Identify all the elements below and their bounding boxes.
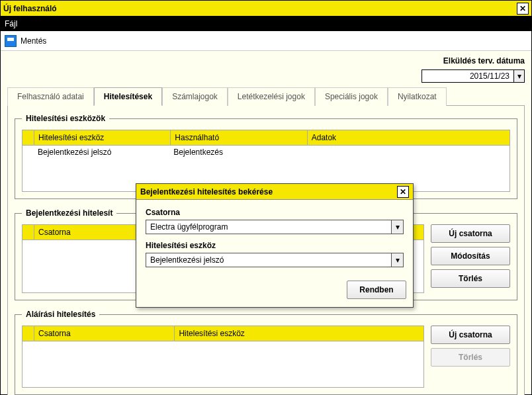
- window-title: Új felhasználó: [3, 4, 57, 13]
- auth-tools-col-usable[interactable]: Használható: [171, 130, 307, 146]
- dialog-close-button[interactable]: ✕: [397, 186, 409, 198]
- close-icon: ✕: [400, 187, 406, 197]
- auth-tools-legend: Hitelesítési eszközök: [22, 114, 109, 123]
- login-new-channel-button[interactable]: Új csatorna: [431, 224, 510, 243]
- save-icon: [5, 35, 17, 47]
- tab-account-rights[interactable]: Számlajogok: [162, 87, 228, 106]
- sign-auth-col-channel[interactable]: Csatorna: [34, 326, 175, 341]
- menu-file[interactable]: Fájl: [5, 19, 17, 28]
- dialog-tool-label: Hitelesítési eszköz: [146, 241, 404, 250]
- auth-tools-row0-tool: Bejelentkezési jelszó: [37, 147, 171, 157]
- dialog-title: Bejelentkezési hitelesítés bekérése: [140, 187, 273, 197]
- tab-user-data[interactable]: Felhasználó adatai: [7, 87, 94, 106]
- sign-auth-col-tool[interactable]: Hitelesítési eszköz: [175, 326, 424, 341]
- close-icon: ✕: [519, 4, 526, 13]
- dialog-titlebar: Bejelentkezési hitelesítés bekérése ✕: [136, 184, 413, 200]
- login-auth-request-dialog: Bejelentkezési hitelesítés bekérése ✕ Cs…: [136, 183, 414, 308]
- sign-delete-button: Törlés: [431, 348, 510, 367]
- login-delete-button[interactable]: Törlés: [431, 269, 510, 288]
- window-close-button[interactable]: ✕: [517, 3, 529, 15]
- tab-declaration[interactable]: Nyilatkozat: [388, 87, 447, 106]
- chevron-down-icon: ▾: [396, 222, 400, 232]
- content-area: Elküldés terv. dátuma ▾ Felhasználó adat…: [1, 51, 531, 395]
- tab-special-rights[interactable]: Speciális jogok: [315, 87, 388, 106]
- chevron-down-icon: ▾: [517, 71, 521, 81]
- tabs: Felhasználó adatai Hitelesítések Számlaj…: [7, 87, 525, 106]
- titlebar: Új felhasználó ✕: [1, 1, 531, 17]
- planned-send-date-dropdown[interactable]: ▾: [514, 69, 525, 83]
- dialog-tool-input[interactable]: [146, 253, 392, 267]
- dialog-channel-input[interactable]: [146, 220, 392, 234]
- chevron-down-icon: ▾: [396, 255, 400, 265]
- auth-tools-row0-usable: Bejelentkezés: [173, 147, 307, 157]
- save-button[interactable]: Mentés: [5, 35, 46, 47]
- tab-authentications[interactable]: Hitelesítések: [94, 87, 162, 106]
- planned-send-date-input[interactable]: [421, 69, 514, 83]
- sign-auth-legend: Aláírási hitelesítés: [22, 310, 99, 319]
- sign-auth-table: Csatorna Hitelesítési eszköz: [22, 326, 424, 341]
- save-label: Mentés: [21, 36, 46, 46]
- auth-tools-table: Hitelesítési eszköz Használható Adatok: [22, 130, 510, 146]
- auth-tools-col-tool[interactable]: Hitelesítési eszköz: [34, 130, 171, 146]
- main-window: Új felhasználó ✕ Fájl Mentés Elküldés te…: [0, 0, 532, 395]
- login-modify-button[interactable]: Módosítás: [431, 247, 510, 265]
- dialog-body: Csatorna ▾ Hitelesítési eszköz ▾: [136, 200, 413, 281]
- tab-custody-rights[interactable]: Letétkezelési jogok: [228, 87, 315, 106]
- planned-send-date-row: Elküldés terv. dátuma ▾: [7, 56, 525, 83]
- login-auth-col-selector: [22, 225, 34, 240]
- login-auth-legend: Bejelentkezési hitelesít: [22, 208, 116, 218]
- toolbar: Mentés: [1, 31, 531, 51]
- sign-new-channel-button[interactable]: Új csatorna: [431, 326, 510, 344]
- dialog-channel-dropdown[interactable]: ▾: [392, 220, 404, 234]
- dialog-channel-label: Csatorna: [146, 208, 404, 217]
- menubar: Fájl: [1, 17, 531, 31]
- dialog-ok-button[interactable]: Rendben: [347, 281, 406, 299]
- sign-auth-grid-body[interactable]: [22, 341, 424, 388]
- auth-tools-col-data[interactable]: Adatok: [307, 130, 510, 146]
- auth-tools-col-selector: [22, 130, 34, 146]
- sign-auth-col-selector: [22, 326, 34, 341]
- table-row[interactable]: Bejelentkezési jelszó Bejelentkezés: [24, 147, 508, 157]
- planned-send-date-label: Elküldés terv. dátuma: [443, 56, 525, 66]
- dialog-tool-dropdown[interactable]: ▾: [392, 253, 404, 267]
- sign-auth-section: Aláírási hitelesítés Csatorna Hitelesíté…: [15, 310, 517, 395]
